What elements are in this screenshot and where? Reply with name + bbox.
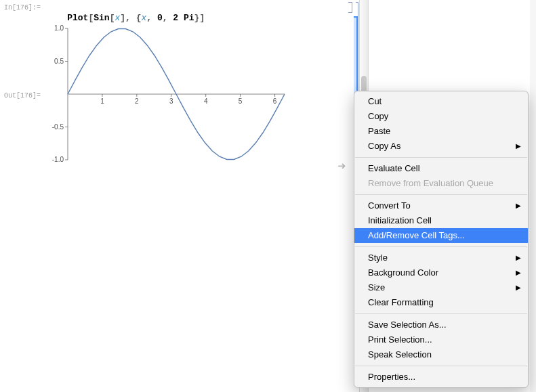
- menu-item[interactable]: Properties...: [354, 370, 528, 385]
- menu-item[interactable]: Print Selection...: [354, 332, 528, 347]
- input-label: In[176]:=: [0, 4, 41, 12]
- menu-item[interactable]: Add/Remove Cell Tags...: [354, 228, 528, 243]
- x-tick-label: 6: [273, 97, 277, 105]
- submenu-arrow-icon: ▶: [516, 140, 521, 152]
- window-edge: [530, 0, 536, 392]
- menu-item[interactable]: Copy: [354, 109, 528, 124]
- menu-item-label: Speak Selection: [368, 349, 432, 360]
- menu-item-label: Style: [368, 253, 388, 263]
- menu-separator: [355, 157, 527, 158]
- context-menu[interactable]: CutCopyPasteCopy As▶Evaluate CellRemove …: [354, 91, 529, 388]
- menu-item[interactable]: Clear Formatting: [354, 295, 528, 310]
- menu-item-label: Evaluate Cell: [368, 163, 420, 173]
- menu-separator: [355, 313, 527, 314]
- submenu-arrow-icon: ▶: [516, 252, 521, 264]
- menu-item[interactable]: Paste: [354, 124, 528, 139]
- menu-item[interactable]: Size▶: [354, 280, 528, 295]
- x-tick-label: 1: [100, 97, 104, 105]
- menu-item[interactable]: Copy As▶: [354, 139, 528, 154]
- menu-item-label: Size: [368, 282, 385, 292]
- menu-item[interactable]: Speak Selection: [354, 347, 528, 362]
- menu-item[interactable]: Initialization Cell: [354, 213, 528, 228]
- x-tick-label: 2: [135, 97, 139, 105]
- menu-item[interactable]: Cut: [354, 94, 528, 109]
- menu-item-label: Remove from Evaluation Queue: [368, 178, 493, 188]
- y-tick-label: 1.0: [54, 24, 64, 32]
- menu-item[interactable]: Background Color▶: [354, 265, 528, 280]
- submenu-arrow-icon: ▶: [516, 200, 521, 212]
- x-tick-label: 4: [204, 97, 208, 105]
- menu-item-label: Clear Formatting: [368, 297, 434, 307]
- y-tick-label: -0.5: [52, 123, 64, 131]
- submenu-arrow-icon: ▶: [516, 267, 521, 279]
- menu-item-label: Print Selection...: [368, 334, 432, 345]
- menu-item-label: Add/Remove Cell Tags...: [368, 230, 465, 240]
- cell-bracket-input[interactable]: [348, 2, 352, 13]
- notebook-area: In[176]:= Out[176]= Plot[Sin[x], {x, 0, …: [0, 0, 359, 392]
- menu-item-label: Copy: [368, 111, 388, 121]
- menu-item-label: Save Selection As...: [368, 320, 447, 330]
- output-plot[interactable]: 123456-1.0-0.50.51.0: [46, 22, 290, 173]
- menu-item-label: Copy As: [368, 141, 400, 151]
- menu-item-label: Initialization Cell: [368, 215, 432, 225]
- menu-item-label: Background Color: [368, 267, 438, 278]
- menu-item-label: Paste: [368, 126, 390, 136]
- menu-separator: [355, 194, 527, 195]
- menu-item-label: Properties...: [368, 372, 415, 382]
- cell-insertion-icon[interactable]: ➜: [335, 160, 348, 172]
- menu-item[interactable]: Style▶: [354, 251, 528, 265]
- menu-separator: [355, 366, 527, 366]
- menu-item[interactable]: Save Selection As...: [354, 318, 528, 332]
- submenu-arrow-icon: ▶: [516, 282, 521, 294]
- menu-separator: [355, 246, 527, 247]
- x-tick-label: 5: [239, 97, 243, 105]
- y-tick-label: 0.5: [54, 58, 64, 65]
- menu-item-label: Convert To: [368, 200, 411, 211]
- x-tick-label: 3: [169, 97, 173, 105]
- menu-item[interactable]: Convert To▶: [354, 198, 528, 213]
- plot-svg: 123456-1.0-0.50.51.0: [46, 22, 290, 173]
- output-label: Out[176]=: [0, 92, 41, 100]
- y-tick-label: -1.0: [52, 156, 64, 163]
- menu-item[interactable]: Evaluate Cell: [354, 161, 528, 176]
- menu-item: Remove from Evaluation Queue: [354, 176, 528, 191]
- menu-item-label: Cut: [368, 96, 382, 106]
